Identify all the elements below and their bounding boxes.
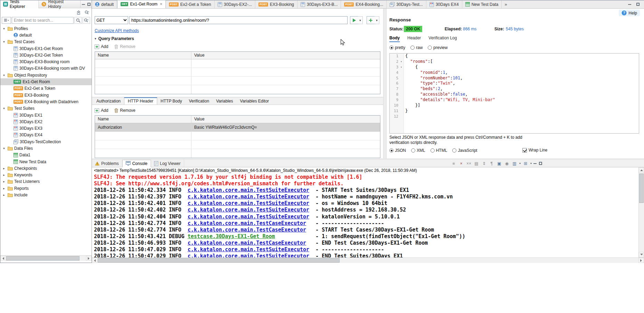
scrollbar-thumb[interactable] [98, 258, 340, 263]
console-tab-log-viewer[interactable]: Log Viewer [151, 160, 184, 167]
dropdown-caret-icon[interactable]: ▾ [519, 162, 521, 165]
clear-console-icon[interactable]: ▤ [473, 160, 480, 167]
tree-item-new-test-data[interactable]: New Test Data [0, 158, 92, 165]
editor-tab-ex4-booking[interactable]: POSTEX4-Booking... [341, 0, 387, 8]
tree-item-checkpoints[interactable]: ▸Checkpoints [0, 165, 92, 172]
tree-item-default[interactable]: default [0, 32, 92, 38]
request-tab-verification[interactable]: Verification [186, 97, 213, 105]
show-stdout-icon[interactable]: ▣ [496, 160, 502, 167]
editor-tab-ex3-booking[interactable]: POSTEX3-Booking [255, 0, 297, 8]
url-input[interactable] [129, 16, 348, 24]
scroll-right-icon[interactable] [638, 258, 644, 263]
header-remove-button[interactable]: Remove [114, 108, 135, 113]
tree-item-test-suites[interactable]: ▾Test Suites [0, 105, 92, 112]
response-body-viewer[interactable]: 1{2▾ "rooms":[3▾ {4 "roomid":1,5 "roomNu… [389, 53, 639, 134]
panel-maximize-icon[interactable] [86, 1, 92, 7]
window-maximize-icon[interactable] [635, 2, 641, 7]
panel-minimize-icon[interactable] [80, 1, 86, 7]
window-minimize-icon[interactable] [627, 2, 632, 7]
tab-tests-explorer[interactable]: Tests Explorer [0, 0, 39, 8]
editor-tab-ex1-get-room[interactable]: GETEx1-Get Room× [117, 0, 166, 8]
column-header-name[interactable]: Name [95, 52, 191, 59]
console-maximize-icon[interactable] [538, 161, 543, 166]
response-tab-body[interactable]: Body [389, 36, 400, 42]
close-tab-icon[interactable]: × [159, 2, 162, 7]
tree-item-ex2-get-a-token[interactable]: POSTEx2-Get a Token [0, 85, 92, 92]
tree-item-30days-ex2-get-token[interactable]: 30Days-EX2-Get Token [0, 52, 92, 58]
console-class-link[interactable]: c.k.katalon.core.main.TestCaseExecutor [188, 220, 306, 226]
view-mode-pretty[interactable]: pretty [389, 45, 405, 50]
request-tab-authorization[interactable]: Authorization [93, 97, 124, 105]
format-javascript[interactable]: JavaScript [452, 148, 477, 153]
console-tab-console[interactable]: Console [122, 160, 151, 167]
console-minimize-icon[interactable] [532, 161, 538, 166]
add-request-button[interactable] [367, 16, 375, 24]
terminate-icon[interactable]: ■ [451, 160, 457, 167]
format-html[interactable]: HTML [430, 148, 447, 153]
expand-arrow-icon[interactable]: ▸ [2, 173, 6, 177]
column-header-value[interactable]: Value [191, 52, 380, 59]
console-horizontal-scrollbar[interactable] [92, 257, 644, 263]
tree-item-30days-testcollection[interactable]: 30Days-TestCollection [0, 138, 92, 145]
table-empty-row[interactable] [95, 68, 380, 77]
console-class-link[interactable]: c.k.katalon.core.main.TestSuiteExecutor [188, 207, 309, 213]
scroll-right-icon[interactable] [86, 256, 92, 261]
collapse-section-icon[interactable]: ▾ [95, 37, 96, 40]
collapse-all-icon[interactable] [75, 9, 82, 16]
view-mode-raw[interactable]: raw [410, 45, 423, 50]
help-button[interactable]: ? Help [619, 10, 640, 16]
wrap-line-option[interactable]: Wrap Line [522, 148, 547, 153]
qp-add-button[interactable]: Add [95, 44, 108, 49]
editor-tab-30days-test[interactable]: 30Days-Test... [387, 0, 426, 8]
tree-item-data-files[interactable]: ▾Data Files [0, 145, 92, 151]
console-class-link[interactable]: c.k.katalon.core.main.TestSuiteExecutor [188, 253, 309, 257]
tree-item-30days-ex1-get-room[interactable]: 30Days-EX1-Get Room [0, 45, 92, 52]
expand-arrow-icon[interactable]: ▸ [2, 187, 6, 190]
request-tab-variables-editor[interactable]: Variables Editor [237, 97, 273, 105]
console-class-link[interactable]: c.k.katalon.core.main.TestCaseExecutor [188, 227, 306, 233]
scroll-up-icon[interactable] [639, 167, 644, 173]
scroll-down-icon[interactable] [639, 252, 644, 257]
customize-api-methods-link[interactable]: Customize API methods [95, 28, 139, 33]
tree-item-ex1-get-room[interactable]: GETEx1-Get Room [0, 78, 92, 85]
console-class-link[interactable]: c.k.katalon.core.main.TestSuiteExecutor [188, 194, 309, 200]
tree-item-object-repository[interactable]: ▾Object Repository [0, 72, 92, 78]
expand-arrow-icon[interactable]: ▸ [2, 167, 6, 170]
table-empty-row[interactable] [95, 85, 380, 94]
tree-item-data1[interactable]: Data1 [0, 152, 92, 158]
collapse-arrow-icon[interactable]: ▾ [2, 147, 6, 150]
add-options-caret-icon[interactable]: ▾ [375, 16, 379, 24]
format-json[interactable]: JSON [389, 148, 406, 153]
search-icon[interactable] [74, 17, 82, 24]
run-options-caret-icon[interactable]: ▾ [358, 16, 363, 24]
console-class-link[interactable]: c.k.katalon.core.main.TestSuiteExecutor [188, 214, 309, 220]
tree-item-30days-ex2[interactable]: 30Days EX2 [0, 118, 92, 125]
table-empty-row[interactable] [95, 59, 380, 68]
collapse-arrow-icon[interactable]: ▾ [2, 107, 6, 110]
response-tab-verification-log[interactable]: Verification Log [428, 36, 457, 42]
scroll-lock-icon[interactable]: ⇕ [481, 160, 487, 167]
console-class-link[interactable]: c.k.katalon.core.main.TestSuiteExecutor [188, 246, 309, 253]
tree-item-test-cases[interactable]: ▾Test Cases [0, 39, 92, 45]
display-selected-console-icon[interactable]: ▥ [511, 160, 518, 167]
tree-item-test-listeners[interactable]: ▸Test Listeners [0, 178, 92, 185]
tab-request-history[interactable]: Request History [39, 0, 80, 8]
tree-item-profiles[interactable]: ▾Profiles [0, 25, 92, 32]
tree-item-30days-ex3[interactable]: 30Days EX3 [0, 125, 92, 131]
editor-tab-ex2-get-a-token[interactable]: POSTEx2-Get a Token [166, 0, 215, 8]
remove-all-terminated-icon[interactable]: ×× [466, 160, 472, 167]
qp-remove-button[interactable]: Remove [114, 44, 135, 49]
tree-item-30days-ex3-booking-room[interactable]: 30Days-EX3-Booking room [0, 58, 92, 65]
explorer-horizontal-scrollbar[interactable] [0, 255, 92, 261]
collapse-arrow-icon[interactable]: ▾ [2, 27, 6, 30]
scroll-left-icon[interactable] [0, 256, 6, 261]
response-tab-header[interactable]: Header [407, 36, 421, 42]
fold-icon[interactable]: ▾ [399, 59, 404, 65]
method-select[interactable]: GET [95, 16, 128, 24]
expand-arrow-icon[interactable]: ▸ [2, 180, 6, 183]
tab-overflow-icon[interactable]: » [504, 2, 507, 7]
scroll-left-icon[interactable] [92, 258, 97, 263]
console-class-link[interactable]: c.k.katalon.core.main.TestSuiteExecutor [188, 200, 309, 206]
scrollbar-thumb[interactable] [639, 174, 644, 203]
column-header-name[interactable]: Name [95, 116, 191, 123]
